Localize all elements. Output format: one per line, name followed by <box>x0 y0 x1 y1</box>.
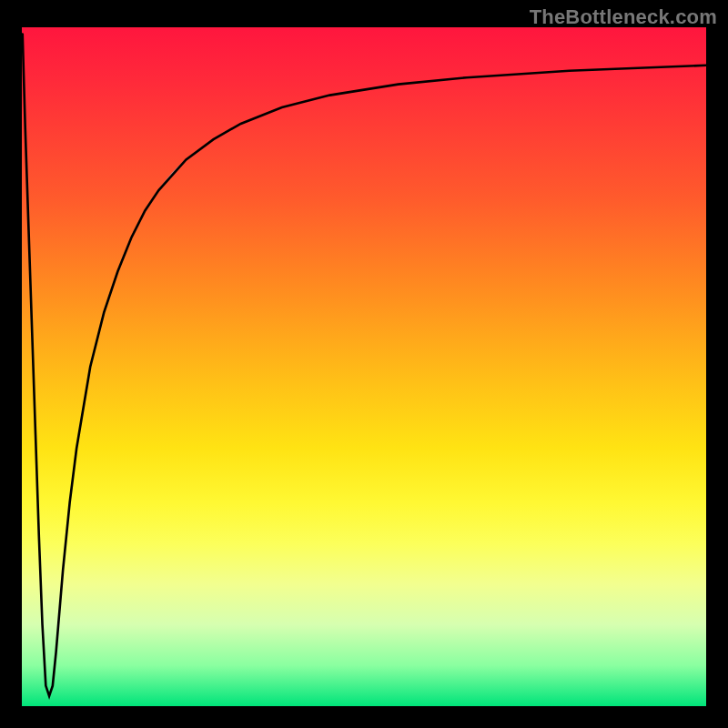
plot-area <box>22 27 706 706</box>
watermark-label: TheBottleneck.com <box>530 5 717 29</box>
main-curve <box>23 34 706 695</box>
chart-container: TheBottleneck.com <box>0 0 728 728</box>
curve-layer <box>22 27 706 706</box>
highlight-segment <box>145 149 199 210</box>
